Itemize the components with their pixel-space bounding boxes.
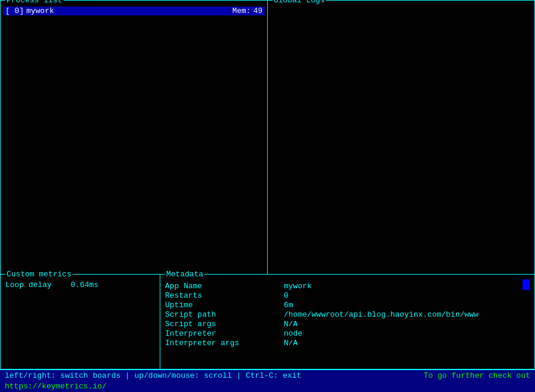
metadata-row: Script argsN/A (165, 320, 530, 329)
process-list-content: [ 0] mywork Mem: 49 (1, 5, 267, 17)
metadata-key: Interpreter args (165, 339, 284, 348)
global-logs-panel: Global Logs (268, 0, 535, 275)
metadata-key: Interpreter (165, 329, 284, 338)
metadata-row: Interpreter argsN/A (165, 339, 530, 348)
loop-delay-label: Loop delay (5, 281, 52, 289)
metadata-row: Interpreternode (165, 329, 530, 338)
metadata-row: Uptime6m (165, 301, 530, 310)
metadata-row: Restarts0 (165, 291, 530, 300)
process-mem-label: Mem: (232, 7, 251, 15)
metadata-key: Script args (165, 320, 284, 329)
status-bar-line2: https://keymetrics.io/ (5, 382, 530, 391)
status-right-text: To go further check out (424, 371, 530, 380)
status-bar: left/right: switch boards | up/down/mous… (0, 369, 535, 392)
metadata-value: 0 (284, 291, 289, 300)
status-left-text: left/right: switch boards | up/down/mous… (5, 371, 424, 380)
metadata-content: App NamemyworkRestarts0Uptime6mScript pa… (160, 279, 534, 350)
custom-metrics-content: Loop delay 0.64ms (1, 279, 160, 291)
process-list-title: Process list (5, 0, 64, 5)
status-bar-line1: left/right: switch boards | up/down/mous… (5, 371, 530, 380)
metadata-title: Metadata (165, 270, 204, 279)
custom-metrics-panel: Custom metrics Loop delay 0.64ms (0, 275, 160, 369)
process-id: [ 0] (5, 7, 24, 15)
custom-metrics-title: Custom metrics (5, 270, 72, 279)
metadata-key: Restarts (165, 291, 284, 300)
metadata-value: mywork (284, 282, 312, 291)
blue-indicator (523, 279, 530, 290)
metadata-row: Script path/home/wwwroot/api.blog.haoyin… (165, 310, 530, 319)
metadata-value: N/A (284, 320, 297, 329)
process-list-panel: Process list [ 0] mywork Mem: 49 (0, 0, 268, 275)
metadata-value: node (284, 329, 302, 338)
metadata-value: 6m (284, 301, 293, 310)
metadata-key: App Name (165, 282, 284, 291)
process-mem-value: 49 (253, 7, 262, 15)
status-link[interactable]: https://keymetrics.io/ (5, 382, 107, 391)
metadata-key: Uptime (165, 301, 284, 310)
process-name: mywork (26, 7, 54, 15)
metadata-value: /home/wwwroot/api.blog.haoyinx.com/bin/w… (284, 310, 479, 319)
process-row[interactable]: [ 0] mywork Mem: 49 (3, 7, 265, 15)
global-logs-title: Global Logs (273, 0, 326, 5)
metadata-value: N/A (284, 339, 297, 348)
screen: Process list [ 0] mywork Mem: 49 Global … (0, 0, 535, 392)
metadata-panel: Metadata App NamemyworkRestarts0Uptime6m… (160, 275, 535, 369)
metadata-key: Script path (165, 310, 284, 319)
metadata-row: App Namemywork (165, 282, 530, 291)
loop-delay-row: Loop delay 0.64ms (5, 281, 155, 289)
loop-delay-value: 0.64ms (71, 281, 99, 289)
